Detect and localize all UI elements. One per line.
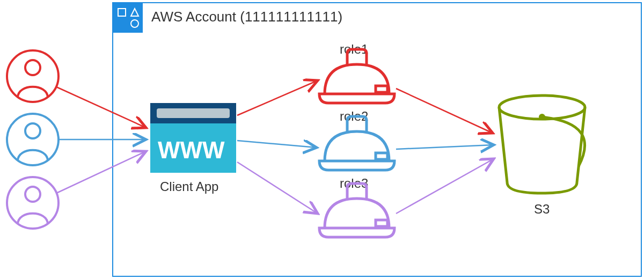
arrow-role1-to-s3 — [396, 89, 493, 133]
arrow-role3-to-s3 — [396, 159, 494, 214]
user-icon-2 — [7, 114, 58, 165]
user-icon-1 — [7, 50, 58, 102]
client-app-label: Client App — [160, 179, 218, 194]
svg-point-17 — [539, 114, 545, 120]
svg-rect-12 — [157, 108, 230, 118]
svg-rect-1 — [113, 3, 143, 33]
arrow-app-to-role1 — [237, 80, 318, 115]
arrow-role2-to-s3 — [396, 145, 494, 149]
svg-point-5 — [25, 60, 40, 75]
arrow-user3-to-app — [56, 151, 146, 193]
role-icon-1: role1 — [319, 42, 394, 103]
arrow-app-to-role3 — [237, 162, 318, 214]
svg-rect-13 — [376, 86, 387, 92]
role-icon-3: role3 — [319, 176, 394, 237]
s3-bucket-icon — [499, 96, 585, 193]
account-title: AWS Account (111111111111) — [151, 9, 342, 25]
client-app-www: WWW — [158, 137, 225, 163]
svg-point-7 — [25, 123, 40, 138]
role-icon-2: role2 — [319, 109, 394, 170]
arrow-app-to-role2 — [237, 141, 317, 148]
arrow-user1-to-app — [56, 87, 146, 128]
client-app: WWW — [150, 103, 236, 173]
svg-rect-15 — [376, 220, 387, 226]
user-icon-3 — [7, 177, 58, 229]
s3-label: S3 — [534, 202, 550, 216]
svg-point-9 — [25, 187, 40, 202]
svg-rect-14 — [376, 153, 387, 159]
